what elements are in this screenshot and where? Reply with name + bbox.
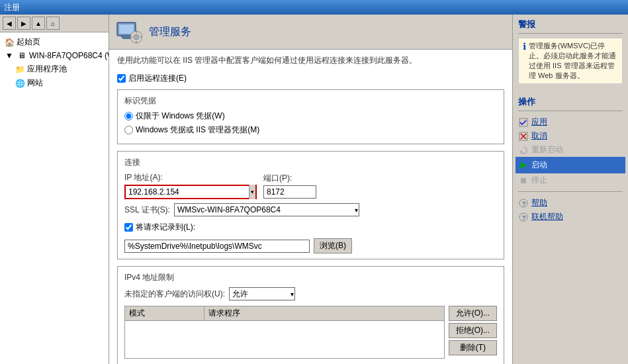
ssl-select[interactable]: WMSvc-WIN-8FA7QOP68C4 [174,203,359,216]
restart-label: 重新启动 [531,144,563,156]
browse-button[interactable]: 浏览(B) [314,238,352,253]
title-label: 注册 [4,2,20,13]
tree-item-server[interactable]: ▼ 🖥 WIN-8FA7QOP68C4 (WIN... [1,49,107,62]
radio-windows-only: 仅限于 Windows 凭据(W) [124,111,497,122]
up-button[interactable]: ▲ [32,17,45,30]
svg-text:?: ? [522,201,525,207]
back-button[interactable]: ◀ [3,17,16,30]
help-icon: ? [518,198,529,208]
apply-action[interactable]: 应用 [518,115,623,129]
ssl-label: SSL 证书(S): [124,205,170,216]
tree-item-start[interactable]: 🏠 起始页 [1,35,107,49]
ip-dropdown-arrow[interactable]: ▾ [249,185,255,199]
ipv4-access-row: 未指定的客户端的访问权(U): 允许拒绝 ▾ [124,287,497,300]
ip-label: IP 地址(A): [124,172,257,183]
radio-windows-iis-label[interactable]: Windows 凭据或 IIS 管理器凭据(M) [136,124,259,136]
alert-box: ℹ 管理服务(WMSVC)已停止。必须启动此服务才能通过使用 IIS 管理器来远… [518,38,623,84]
credentials-section: 标识凭据 仅限于 Windows 凭据(W) Windows 凭据或 IIS 管… [117,89,504,144]
apply-label: 应用 [531,116,547,128]
svg-rect-3 [122,38,130,39]
tree-item-site[interactable]: 🌐 网站 [12,76,107,90]
alerts-title: 警报 [518,19,623,34]
stop-label: 停止 [531,175,547,186]
center-header: 管理服务 [109,15,512,50]
alerts-section: 警报 ℹ 管理服务(WMSVC)已停止。必须启动此服务才能通过使用 IIS 管理… [513,15,628,92]
start-action[interactable]: 启动 [518,158,623,172]
connection-section: 连接 IP 地址(A): ▾ 端口(P): [117,151,504,259]
server-icon: 🖥 [17,50,27,61]
right-panel: 警报 ℹ 管理服务(WMSVC)已停止。必须启动此服务才能通过使用 IIS 管理… [512,15,628,364]
log-row: 浏览(B) [124,238,497,253]
apply-icon [518,117,529,128]
home-button[interactable]: ⌂ [46,17,60,30]
port-label: 端口(P): [263,173,316,184]
log-path-input[interactable] [124,240,310,253]
radio-windows-iis: Windows 凭据或 IIS 管理器凭据(M) [124,124,497,136]
log-checkbox[interactable] [124,223,133,232]
table-buttons: 允许(O)... 拒绝(O)... 删除(T) [449,306,497,359]
deny-button[interactable]: 拒绝(O)... [449,323,497,338]
access-label: 未指定的客户端的访问权(U): [124,289,225,300]
access-select[interactable]: 允许拒绝 [229,287,295,300]
description: 使用此功能可以在 IIS 管理器中配置客户端如何通过使用远程连接来连接到此服务器… [117,55,504,66]
svg-rect-1 [119,24,134,34]
col-req-header: 请求程序 [204,306,444,320]
ops-title: 操作 [518,96,623,111]
stop-action: 停止 [518,173,623,187]
ops-divider [518,191,623,192]
linked-help-label: 联机帮助 [531,211,563,222]
credentials-title: 标识凭据 [124,95,497,107]
connection-title: 连接 [124,157,497,168]
center-content: 使用此功能可以在 IIS 管理器中配置客户端如何通过使用远程连接来连接到此服务器… [109,50,512,364]
enable-remote-label[interactable]: 启用远程连接(E) [128,73,187,84]
svg-text:?: ? [522,214,525,221]
title-bar: 注册 [0,0,628,15]
help-action[interactable]: ? 帮助 [518,196,623,210]
center-panel: 管理服务 使用此功能可以在 IIS 管理器中配置客户端如何通过使用远程连接来连接… [109,15,512,364]
ipv4-section: IPv4 地址限制 未指定的客户端的访问权(U): 允许拒绝 ▾ 模式 请求程序 [117,266,504,364]
radio-windows-only-input[interactable] [124,112,133,120]
table-header: 模式 请求程序 [125,306,444,321]
ip-port-row: IP 地址(A): ▾ 端口(P): [124,172,497,199]
port-input[interactable] [263,185,316,199]
enable-remote-row: 启用远程连接(E) [117,73,504,84]
ops-section: 操作 应用 取消 重新启动 [513,92,628,228]
header-text: 管理服务 [149,25,191,39]
allow-button[interactable]: 允许(O)... [449,306,497,321]
enable-remote-checkbox[interactable] [117,74,126,83]
radio-windows-only-label[interactable]: 仅限于 Windows 凭据(W) [136,111,225,122]
page-title: 管理服务 [149,25,191,39]
port-group: 端口(P): [263,173,316,199]
start-icon [518,160,529,171]
alert-text: 管理服务(WMSVC)已停止。必须启动此服务才能通过使用 IIS 管理器来远程管… [529,41,618,81]
ipv4-title: IPv4 地址限制 [124,272,497,283]
linked-help-action[interactable]: ? 联机帮助 [518,210,623,224]
log-checkbox-row: 将请求记录到(L): [124,222,497,233]
remove-button[interactable]: 删除(T) [449,340,497,355]
alert-icon: ℹ [523,41,526,81]
radio-windows-iis-input[interactable] [124,126,133,134]
server-expand-icon: ▼ [4,50,15,61]
forward-button[interactable]: ▶ [17,17,30,30]
ip-input[interactable] [124,185,257,199]
svg-point-5 [134,34,139,40]
log-label[interactable]: 将请求记录到(L): [136,222,195,233]
left-panel: ◀ ▶ ▲ ⌂ 🏠 起始页 ▼ 🖥 WIN-8FA7QOP68C4 (WIN..… [0,15,109,364]
start-action-wrapper[interactable]: 启动 [516,157,625,173]
cancel-icon [518,131,529,142]
tree-item-apppool[interactable]: 📁 应用程序池 [12,62,107,76]
tree-view: 🏠 起始页 ▼ 🖥 WIN-8FA7QOP68C4 (WIN... 📁 应用程序… [0,32,109,364]
ip-input-wrapper: ▾ [124,185,257,199]
cancel-label: 取消 [531,130,547,142]
apppool-icon: 📁 [15,64,25,75]
stop-icon [518,175,529,186]
left-toolbar: ◀ ▶ ▲ ⌂ [0,15,109,32]
svg-rect-16 [521,178,526,183]
ssl-row: SSL 证书(S): WMSvc-WIN-8FA7QOP68C4 ▾ [124,203,497,216]
ip-group: IP 地址(A): ▾ [124,172,257,199]
help-label: 帮助 [531,197,547,208]
cancel-action[interactable]: 取消 [518,129,623,143]
restart-icon [518,145,529,156]
table-area: 模式 请求程序 允许(O)... 拒绝(O)... 删除(T) [124,306,497,359]
col-mode-header: 模式 [125,306,204,320]
